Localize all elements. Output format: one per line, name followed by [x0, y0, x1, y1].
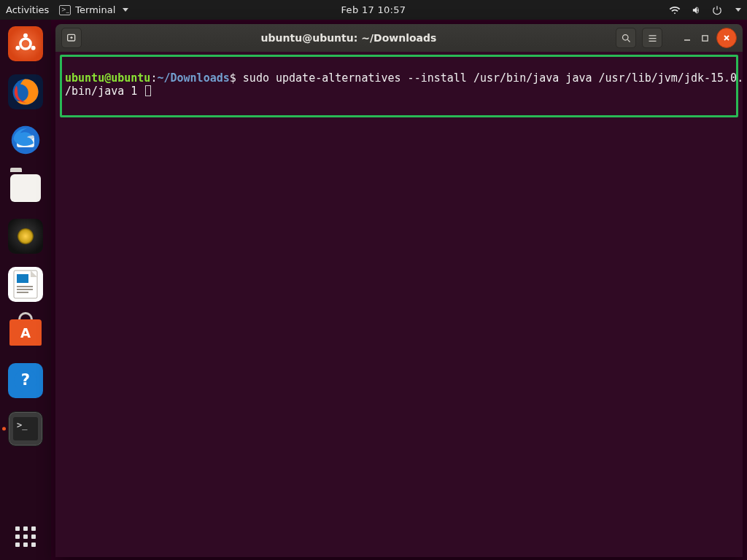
cursor-icon — [145, 85, 151, 96]
document-icon — [13, 270, 38, 299]
prompt-line: ubuntu@ubuntu:~/Downloads$ sudo update-a… — [65, 58, 733, 85]
svg-rect-8 — [17, 286, 33, 287]
power-icon — [712, 5, 722, 15]
hamburger-menu-button[interactable] — [642, 28, 662, 48]
software-launcher[interactable]: A — [8, 315, 43, 350]
firefox-icon — [10, 77, 41, 107]
hamburger-icon — [647, 33, 658, 44]
ubuntu-launcher[interactable] — [8, 26, 43, 61]
svg-point-0 — [20, 39, 31, 49]
prompt-cwd: ~/Downloads — [157, 71, 229, 85]
gnome-top-panel: Activities >_ Terminal Feb 17 10:57 — [0, 0, 747, 20]
terminal-icon: >_ — [59, 5, 71, 15]
firefox-launcher[interactable] — [8, 74, 43, 109]
terminal-launcher[interactable]: >_ — [8, 411, 43, 446]
terminal-window: ubuntu@ubuntu: ~/Downloads — [55, 24, 743, 557]
search-icon — [621, 33, 632, 44]
svg-rect-15 — [702, 35, 707, 40]
prompt-sigil: $ — [230, 71, 236, 85]
minimize-button[interactable] — [681, 32, 693, 44]
thunderbird-launcher[interactable] — [8, 122, 43, 158]
help-icon: ? — [13, 368, 38, 393]
app-menu[interactable]: >_ Terminal — [59, 4, 128, 15]
close-button[interactable] — [716, 28, 737, 48]
system-status-area[interactable] — [669, 5, 741, 15]
panel-datetime[interactable]: Feb 17 10:57 — [341, 4, 406, 15]
app-menu-label: Terminal — [75, 4, 115, 15]
new-tab-icon — [66, 32, 77, 44]
command-text-line1: sudo update-alternatives --install /usr/… — [236, 71, 743, 85]
new-tab-button[interactable] — [61, 28, 82, 48]
svg-point-3 — [31, 46, 36, 50]
svg-rect-7 — [17, 274, 28, 283]
close-icon — [722, 34, 731, 42]
rhythmbox-launcher[interactable] — [8, 219, 43, 254]
desktop: A ? >_ — [0, 20, 747, 560]
maximize-button[interactable] — [699, 32, 711, 44]
terminal-content[interactable]: ubuntu@ubuntu:~/Downloads$ sudo update-a… — [55, 52, 743, 557]
chevron-down-icon — [123, 8, 128, 12]
window-titlebar[interactable]: ubuntu@ubuntu: ~/Downloads — [55, 24, 743, 52]
help-launcher[interactable]: ? — [8, 363, 43, 398]
svg-text:?: ? — [21, 370, 30, 389]
show-applications-button[interactable] — [12, 524, 39, 550]
volume-icon — [691, 5, 702, 15]
chevron-down-icon — [735, 8, 741, 12]
svg-point-2 — [15, 46, 20, 50]
prompt-user-host: ubuntu@ubuntu — [65, 71, 150, 85]
ubuntu-icon — [13, 31, 38, 56]
terminal-icon: >_ — [13, 417, 38, 440]
wifi-icon — [669, 5, 681, 15]
thunderbird-icon — [9, 124, 42, 156]
svg-rect-9 — [17, 289, 33, 290]
search-button[interactable] — [616, 28, 636, 48]
libreoffice-writer-launcher[interactable] — [8, 267, 43, 302]
files-launcher[interactable] — [8, 171, 43, 206]
svg-point-1 — [23, 34, 28, 38]
folder-icon — [10, 174, 41, 202]
shopping-bag-icon: A — [9, 319, 42, 346]
dock: A ? >_ — [0, 20, 51, 560]
activities-button[interactable]: Activities — [6, 4, 49, 15]
maximize-icon — [701, 34, 709, 42]
svg-point-14 — [622, 34, 628, 40]
highlighted-command-region: ubuntu@ubuntu:~/Downloads$ sudo update-a… — [60, 55, 738, 117]
window-title: ubuntu@ubuntu: ~/Downloads — [88, 32, 610, 44]
speaker-icon — [18, 228, 34, 244]
command-continuation-line: /bin/java 1 — [65, 85, 733, 98]
command-text-line2: /bin/java 1 — [65, 85, 144, 98]
minimize-icon — [683, 34, 692, 42]
svg-rect-10 — [17, 292, 28, 293]
running-indicator-icon — [2, 427, 6, 431]
